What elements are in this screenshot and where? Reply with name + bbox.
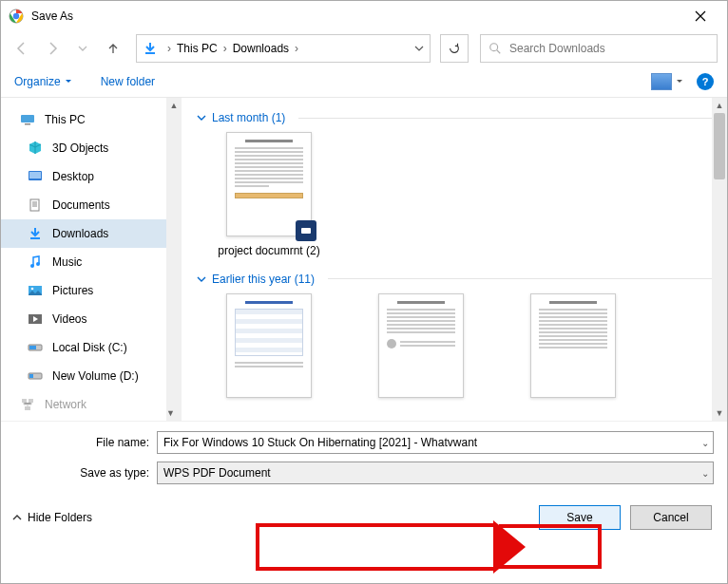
search-placeholder: Search Downloads — [509, 42, 605, 55]
svg-point-10 — [30, 264, 34, 268]
navigation-row: › This PC › Downloads › Search Downloads — [1, 31, 727, 66]
tree-scrollbar[interactable]: ▲ ▼ — [166, 98, 182, 421]
annotation-highlight-box — [499, 524, 602, 569]
file-item[interactable]: project documrnt (2) — [212, 132, 326, 259]
tree-label: Pictures — [52, 284, 93, 297]
tree-label: Network — [45, 398, 86, 411]
tree-downloads[interactable]: Downloads — [1, 219, 182, 248]
chevron-down-icon — [197, 113, 206, 122]
svg-point-3 — [490, 44, 498, 51]
documents-icon — [28, 198, 43, 213]
tree-label: 3D Objects — [52, 141, 108, 155]
svg-rect-4 — [21, 115, 34, 122]
file-name-value: Fix For Windows 10 Stuck On Hibernating … — [163, 436, 477, 449]
save-form: File name: Fix For Windows 10 Stuck On H… — [1, 421, 727, 496]
tree-this-pc[interactable]: This PC — [1, 105, 182, 134]
file-list: Last month (1) project documrnt (2) Earl… — [182, 98, 727, 421]
cancel-button[interactable]: Cancel — [630, 505, 712, 530]
disk-icon — [28, 340, 43, 355]
pdf-badge-icon — [296, 220, 316, 241]
toolbar: Organize New folder ? — [1, 66, 727, 98]
file-item[interactable] — [516, 293, 630, 398]
pictures-icon — [28, 283, 43, 298]
cube-icon — [28, 141, 43, 156]
scrollbar-thumb[interactable] — [714, 113, 725, 179]
body-split: This PC 3D Objects Desktop Documents Dow… — [1, 98, 727, 421]
tree-label: Desktop — [52, 170, 94, 183]
svg-rect-9 — [30, 237, 40, 239]
close-button[interactable] — [681, 3, 719, 29]
tree-new-volume-d[interactable]: New Volume (D:) — [1, 362, 182, 390]
save-type-label: Save as type: — [14, 466, 157, 480]
new-folder-button[interactable]: New folder — [101, 75, 155, 88]
group-label: Last month (1) — [212, 111, 285, 124]
tree-local-disk-c[interactable]: Local Disk (C:) — [1, 333, 182, 362]
up-button[interactable] — [100, 35, 126, 62]
file-label: project documrnt (2) — [218, 244, 319, 259]
svg-rect-21 — [25, 406, 30, 410]
file-thumbnail — [226, 293, 312, 398]
file-item[interactable] — [364, 293, 478, 398]
view-button[interactable] — [651, 73, 683, 90]
forward-button[interactable] — [39, 35, 66, 62]
pc-icon — [20, 112, 35, 127]
svg-rect-8 — [30, 199, 39, 211]
desktop-icon — [28, 169, 43, 184]
svg-point-1 — [13, 13, 19, 19]
svg-rect-16 — [29, 346, 36, 349]
address-bar[interactable]: › This PC › Downloads › — [136, 34, 431, 63]
help-button[interactable]: ? — [697, 73, 714, 90]
hide-folders-toggle[interactable]: Hide Folders — [12, 511, 92, 524]
scroll-down-icon[interactable]: ▼ — [166, 405, 175, 421]
scroll-up-icon[interactable]: ▲ — [712, 98, 727, 113]
save-type-value: WPS PDF Document — [163, 466, 271, 480]
svg-point-13 — [31, 288, 34, 291]
scroll-up-icon[interactable]: ▲ — [166, 98, 182, 113]
recent-dropdown[interactable] — [69, 35, 96, 62]
app-icon — [9, 9, 24, 24]
back-button[interactable] — [9, 35, 35, 62]
chevron-down-icon — [197, 274, 206, 284]
organize-menu[interactable]: Organize — [14, 75, 72, 88]
group-label: Earlier this year (11) — [212, 273, 315, 286]
breadcrumb-downloads[interactable]: Downloads — [231, 42, 291, 55]
tree-pictures[interactable]: Pictures — [1, 276, 182, 305]
svg-rect-18 — [29, 374, 33, 378]
tree-music[interactable]: Music — [1, 248, 182, 276]
tree-desktop[interactable]: Desktop — [1, 162, 182, 191]
file-item[interactable] — [212, 293, 326, 398]
tree-label: New Volume (D:) — [52, 369, 139, 383]
content-scrollbar[interactable]: ▲ ▼ — [712, 98, 727, 421]
breadcrumb-this-pc[interactable]: This PC — [175, 42, 220, 55]
chevron-down-icon[interactable]: ⌄ — [701, 468, 709, 479]
tree-3d-objects[interactable]: 3D Objects — [1, 134, 182, 162]
address-dropdown[interactable] — [414, 44, 424, 53]
navigation-tree: This PC 3D Objects Desktop Documents Dow… — [1, 98, 182, 421]
scroll-down-icon[interactable]: ▼ — [712, 405, 727, 421]
divider — [328, 278, 718, 279]
search-input[interactable]: Search Downloads — [480, 34, 718, 63]
title-bar: Save As — [1, 1, 727, 31]
disk-icon — [28, 368, 43, 384]
file-name-label: File name: — [14, 436, 157, 449]
downloads-icon — [28, 226, 43, 241]
svg-rect-5 — [25, 123, 30, 125]
save-type-combo[interactable]: WPS PDF Document ⌄ — [157, 462, 714, 484]
search-icon — [489, 42, 502, 55]
network-icon — [20, 397, 35, 412]
chevron-up-icon — [12, 513, 22, 522]
group-last-month[interactable]: Last month (1) — [197, 111, 718, 124]
chevron-right-icon: › — [163, 42, 175, 55]
tree-videos[interactable]: Videos — [1, 305, 182, 333]
group-earlier-this-year[interactable]: Earlier this year (11) — [197, 273, 718, 286]
tree-network[interactable]: Network — [1, 390, 182, 419]
refresh-button[interactable] — [440, 34, 469, 63]
svg-rect-20 — [29, 399, 33, 403]
videos-icon — [28, 311, 43, 327]
chevron-down-icon[interactable]: ⌄ — [701, 438, 709, 448]
tree-documents[interactable]: Documents — [1, 191, 182, 219]
tree-label: Documents — [52, 198, 110, 212]
file-name-input[interactable]: Fix For Windows 10 Stuck On Hibernating … — [157, 431, 714, 454]
file-thumbnail — [530, 293, 616, 398]
divider — [298, 118, 718, 119]
